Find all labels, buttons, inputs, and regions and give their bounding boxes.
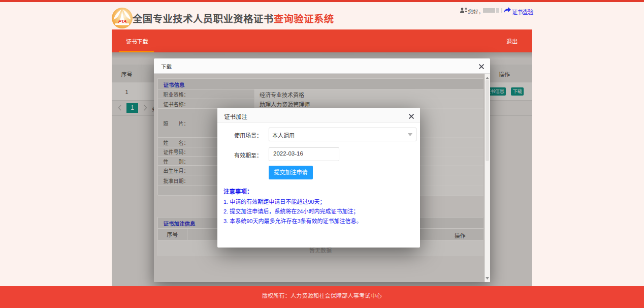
svg-text:PTA: PTA	[118, 19, 126, 24]
